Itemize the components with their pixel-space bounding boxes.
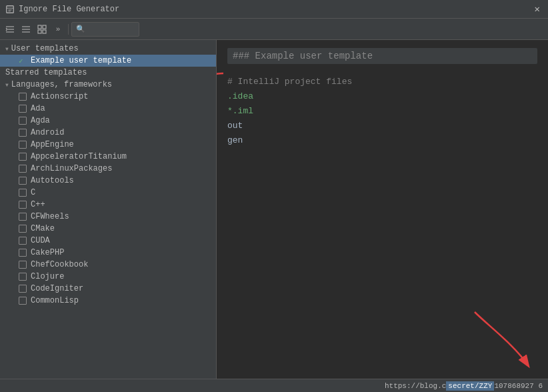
- checkbox-ada[interactable]: [19, 105, 27, 113]
- starred-templates-header[interactable]: Starred templates: [0, 67, 216, 79]
- sidebar: ▼ User templates ✓ Example user template…: [0, 40, 217, 392]
- list-item[interactable]: CodeIgniter: [0, 283, 216, 295]
- languages-header[interactable]: ▼ Languages, frameworks: [0, 79, 216, 91]
- svg-rect-10: [38, 25, 41, 29]
- checkbox-codeigniter[interactable]: [19, 285, 27, 293]
- search-input[interactable]: [88, 25, 135, 34]
- checkbox-cakephp[interactable]: [19, 249, 27, 257]
- indent-icon: [5, 25, 15, 34]
- checkbox-commonlisp[interactable]: [19, 297, 27, 305]
- list-item[interactable]: AppEngine: [0, 139, 216, 151]
- checkbox-archlinux[interactable]: [19, 165, 27, 173]
- list-item[interactable]: CMake: [0, 223, 216, 235]
- checkbox-cfwheels[interactable]: [19, 213, 27, 221]
- code-line-4: out: [227, 119, 537, 133]
- languages-label: Languages, frameworks: [11, 80, 112, 89]
- list-item[interactable]: Autotools: [0, 175, 216, 187]
- list-item[interactable]: CUDA: [0, 235, 216, 247]
- code-line-2: .idea: [227, 89, 537, 104]
- list-icon: [21, 25, 31, 34]
- code-line-5: gen: [227, 133, 537, 148]
- starred-templates-label: Starred templates: [5, 68, 87, 77]
- toolbar-btn-more[interactable]: »: [51, 22, 65, 37]
- close-button[interactable]: ✕: [532, 2, 543, 16]
- list-item[interactable]: Clojure: [0, 271, 216, 283]
- status-url-prefix: https://blog.c: [385, 382, 446, 390]
- list-item[interactable]: C++: [0, 199, 216, 211]
- content-header: ### Example user template: [227, 48, 537, 64]
- main-layout: ▼ User templates ✓ Example user template…: [0, 40, 548, 392]
- example-user-template-label: Example user template: [31, 56, 131, 65]
- checkbox-cuda[interactable]: [19, 237, 27, 245]
- check-icon: ✓: [19, 57, 27, 65]
- checkbox-appcelerator[interactable]: [19, 153, 27, 161]
- checkbox-appengine[interactable]: [19, 141, 27, 149]
- status-url-highlight: secret/ZZY: [446, 381, 494, 391]
- list-item[interactable]: Ada: [0, 103, 216, 115]
- checkbox-chefcookbook[interactable]: [19, 261, 27, 269]
- code-line-1: # IntelliJ project files: [227, 75, 537, 89]
- code-line-3: *.iml: [227, 104, 537, 119]
- list-item[interactable]: ArchLinuxPackages: [0, 163, 216, 175]
- search-box[interactable]: 🔍: [71, 22, 139, 37]
- search-icon: 🔍: [76, 25, 85, 33]
- svg-rect-12: [38, 30, 41, 33]
- status-bar: https://blog.csecret/ZZY107868927 6: [0, 379, 548, 392]
- user-templates-label: User templates: [11, 44, 79, 53]
- content-area: ### Example user template # IntelliJ pro…: [217, 40, 548, 392]
- checkbox-cpp[interactable]: [19, 201, 27, 209]
- status-url-suffix: 107868927 6: [494, 382, 543, 390]
- checkbox-autotools[interactable]: [19, 177, 27, 185]
- checkbox-c[interactable]: [19, 189, 27, 197]
- list-item[interactable]: C: [0, 187, 216, 199]
- example-user-template-item[interactable]: ✓ Example user template: [0, 55, 216, 67]
- toolbar: » 🔍: [0, 19, 548, 40]
- list-item[interactable]: AppceleratorTitanium: [0, 151, 216, 163]
- annotation-arrow-2: [461, 305, 541, 372]
- toolbar-btn-list[interactable]: [19, 22, 33, 37]
- svg-rect-11: [43, 25, 46, 29]
- checkbox-clojure[interactable]: [19, 273, 27, 281]
- checkbox-actionscript[interactable]: [19, 93, 27, 101]
- list-item[interactable]: ChefCookbook: [0, 259, 216, 271]
- user-templates-header[interactable]: ▼ User templates: [0, 43, 216, 55]
- svg-rect-0: [7, 5, 14, 13]
- title-bar: Ignore File Generator ✕: [0, 0, 548, 19]
- expand-icon: ▼: [5, 46, 9, 52]
- app-title: Ignore File Generator: [19, 5, 119, 14]
- languages-expand-icon: ▼: [5, 82, 9, 88]
- checkbox-cmake[interactable]: [19, 225, 27, 233]
- svg-rect-13: [43, 30, 46, 33]
- list-item[interactable]: Actionscript: [0, 91, 216, 103]
- list-item[interactable]: Agda: [0, 115, 216, 127]
- toolbar-separator: [68, 24, 69, 35]
- list-item[interactable]: CommonLisp: [0, 295, 216, 307]
- toolbar-btn-indent[interactable]: [3, 22, 17, 37]
- title-bar-left: Ignore File Generator: [5, 5, 119, 14]
- checkbox-android[interactable]: [19, 129, 27, 137]
- list-item[interactable]: CFWheels: [0, 211, 216, 223]
- grid-icon: [37, 25, 47, 34]
- toolbar-btn-grid[interactable]: [35, 22, 49, 37]
- app-icon: [5, 5, 15, 14]
- list-item[interactable]: Android: [0, 127, 216, 139]
- list-item[interactable]: CakePHP: [0, 247, 216, 259]
- checkbox-agda[interactable]: [19, 117, 27, 125]
